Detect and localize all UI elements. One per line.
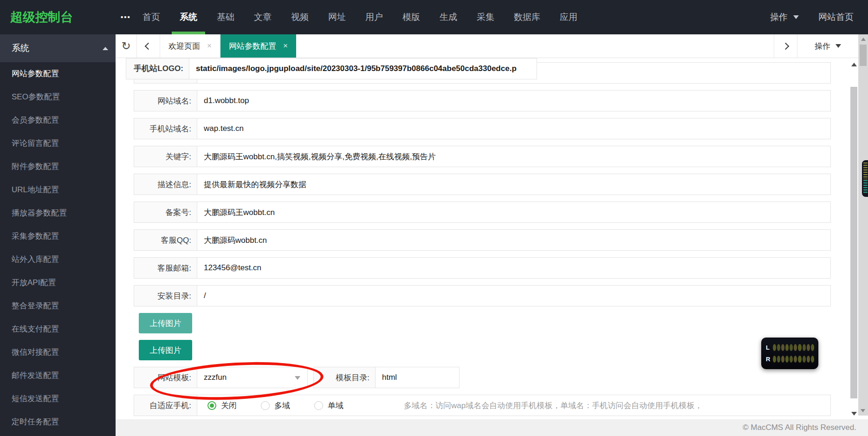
sidebar-item-open-api[interactable]: 开放API配置	[0, 271, 116, 294]
form-row-site-domain: 网站域名: d1.wobbt.top	[134, 90, 831, 111]
footer: © MacCMS All Rights Reserved.	[116, 419, 868, 436]
field-label: 安装目录:	[134, 286, 197, 306]
content-scrollbar[interactable]	[850, 58, 858, 419]
install-dir-input[interactable]: /	[197, 286, 830, 306]
nav-item-home[interactable]: 首页	[135, 0, 168, 34]
radio-label: 关闭	[221, 400, 237, 411]
topbar-actions-label: 操作	[770, 11, 788, 23]
sidebar-item-comment-config[interactable]: 评论留言配置	[0, 132, 116, 155]
nav-item-video[interactable]: 视频	[283, 0, 317, 34]
copyright-text: © MacCMS All Rights Reserved.	[743, 423, 856, 432]
keywords-input[interactable]: 大鹏源码王wobbt.cn,搞笑视频,视频分享,免费视频,在线视频,预告片	[197, 146, 830, 167]
scroll-down-icon[interactable]	[861, 409, 865, 412]
icp-number-input[interactable]: 大鹏源码王wobbt.cn	[197, 202, 830, 222]
nav-item-database[interactable]: 数据库	[506, 0, 548, 34]
nav-item-app[interactable]: 应用	[552, 0, 585, 34]
sidebar-section-system[interactable]: 系统	[0, 34, 116, 62]
site-home-link[interactable]: 网站首页	[818, 11, 854, 23]
radio-icon	[261, 401, 270, 410]
upload-image-button[interactable]: 上传图片	[139, 340, 192, 360]
nav-item-basic[interactable]: 基础	[209, 0, 242, 34]
top-bar: 超级控制台 ••• 首页 系统 基础 文章 视频 网址 用户 模版 生成 采集 …	[0, 0, 868, 34]
radio-option-close[interactable]: 关闭	[207, 400, 237, 411]
sidebar-item-attachment-params[interactable]: 附件参数配置	[0, 155, 116, 178]
scrollbar-thumb[interactable]	[850, 87, 857, 398]
field-label: 描述信息:	[134, 174, 197, 195]
tab-actions-label: 操作	[815, 41, 830, 52]
select-caret-icon	[295, 376, 300, 380]
tab-scroll-left-button[interactable]	[137, 34, 160, 58]
form-row-adaptive-mobile: 自适应手机: 关闭 多域 单域 多域名：访问wap域名会自动使用手机模板，单域名…	[134, 395, 831, 416]
tab-actions-dropdown[interactable]: 操作	[797, 34, 858, 58]
chevron-right-icon	[782, 42, 790, 50]
sidebar-item-wechat-config[interactable]: 微信对接配置	[0, 341, 116, 364]
refresh-icon: ↻	[121, 39, 130, 52]
tab-site-params[interactable]: 网站参数配置 ×	[220, 34, 296, 58]
site-template-select[interactable]: zzzfun	[197, 367, 307, 388]
site-domain-input[interactable]: d1.wobbt.top	[197, 91, 830, 111]
scroll-down-icon[interactable]	[851, 412, 857, 416]
form-row-default-logo: 默认LOGO: upload/site/20230303-1/95b759397…	[134, 313, 849, 333]
close-icon[interactable]: ×	[207, 41, 212, 51]
sidebar-item-url-config[interactable]: URL地址配置	[0, 178, 116, 202]
tab-bar: ↻ 欢迎页面 × 网站参数配置 × 操作	[116, 34, 858, 58]
meter-left-row: L	[766, 342, 814, 353]
page-scrollbar[interactable]	[858, 34, 868, 416]
sidebar-item-member-params[interactable]: 会员参数配置	[0, 109, 116, 132]
sidebar-item-seo-params[interactable]: SEO参数配置	[0, 85, 116, 109]
description-input[interactable]: 提供最新最快的视频分享数据	[197, 174, 830, 195]
sidebar-item-site-params[interactable]: 网站参数配置	[0, 62, 116, 85]
sidebar-item-email-config[interactable]: 邮件发送配置	[0, 364, 116, 387]
template-dir-input[interactable]: html	[376, 367, 459, 388]
service-email-input[interactable]: 123456@test.cn	[197, 258, 830, 278]
field-label: 客服QQ:	[134, 230, 197, 250]
chevron-down-icon	[793, 15, 799, 19]
nav-item-collect[interactable]: 采集	[469, 0, 502, 34]
more-menu-icon[interactable]: •••	[121, 0, 131, 34]
scroll-up-icon[interactable]	[861, 38, 866, 41]
radio-label: 多域	[274, 400, 290, 411]
field-label: 关键字:	[134, 146, 197, 167]
tab-scroll-right-button[interactable]	[774, 34, 797, 58]
sidebar-item-player-params[interactable]: 播放器参数配置	[0, 202, 116, 225]
radio-label: 单域	[328, 400, 343, 411]
service-qq-input[interactable]: 大鹏源码wobbt.cn	[197, 230, 830, 250]
close-icon[interactable]: ×	[283, 41, 288, 51]
topbar-actions-dropdown[interactable]: 操作	[770, 11, 799, 23]
sidebar-item-scheduled-tasks[interactable]: 定时任务配置	[0, 410, 116, 434]
tab-label: 网站参数配置	[229, 41, 276, 52]
nav-item-template[interactable]: 模版	[395, 0, 428, 34]
sidebar-item-sms-config[interactable]: 短信发送配置	[0, 387, 116, 410]
tab-bar-spacer	[296, 34, 774, 58]
chevron-down-icon	[836, 44, 841, 48]
sidebar-item-external-storage[interactable]: 站外入库配置	[0, 248, 116, 271]
sidebar-item-online-payment[interactable]: 在线支付配置	[0, 318, 116, 341]
radio-option-multi-domain[interactable]: 多域	[261, 400, 290, 411]
nav-item-system[interactable]: 系统	[172, 0, 205, 34]
field-label: 手机站LOGO:	[126, 59, 189, 79]
tab-label: 欢迎页面	[168, 41, 200, 52]
top-nav: 首页 系统 基础 文章 视频 网址 用户 模版 生成 采集 数据库 应用	[135, 0, 585, 34]
mobile-logo-input[interactable]: static/images/logo.jpgupload/site/202303…	[189, 59, 537, 79]
nav-item-user[interactable]: 用户	[357, 0, 391, 34]
form-row-service-email: 客服邮箱: 123456@test.cn	[134, 257, 831, 279]
radio-option-single-domain[interactable]: 单域	[314, 400, 343, 411]
nav-item-url[interactable]: 网址	[320, 0, 354, 34]
scrollbar-thumb[interactable]	[860, 45, 867, 66]
field-label: 手机站域名:	[134, 118, 197, 139]
radio-icon	[314, 401, 323, 410]
upload-image-button[interactable]: 上传图片	[139, 313, 192, 333]
refresh-button[interactable]: ↻	[116, 34, 137, 58]
form-row-icp: 备案号: 大鹏源码王wobbt.cn	[134, 202, 831, 223]
app-logo: 超级控制台	[10, 0, 73, 34]
field-label: 客服邮箱:	[134, 258, 197, 278]
sidebar-item-integrated-login[interactable]: 整合登录配置	[0, 294, 116, 318]
nav-item-article[interactable]: 文章	[246, 0, 279, 34]
mobile-domain-input[interactable]: wap.test.cn	[197, 118, 830, 139]
nav-item-generate[interactable]: 生成	[432, 0, 465, 34]
form-row-install-dir: 安装目录: /	[134, 285, 831, 306]
sidebar-item-collect-params[interactable]: 采集参数配置	[0, 225, 116, 248]
tab-welcome[interactable]: 欢迎页面 ×	[160, 34, 220, 58]
field-label: 自适应手机:	[134, 395, 197, 416]
scroll-up-icon[interactable]	[851, 63, 857, 66]
